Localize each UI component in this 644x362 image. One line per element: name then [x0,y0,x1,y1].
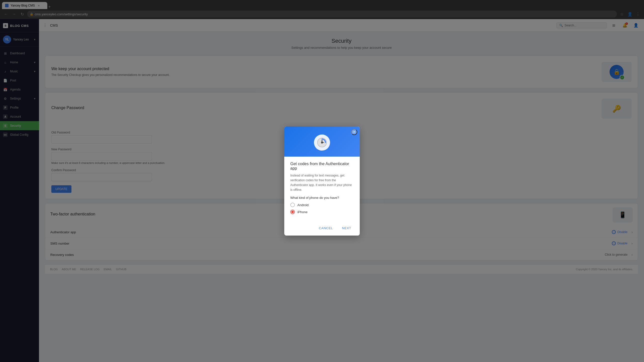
dialog-header: ✕ [284,126,360,157]
android-option[interactable]: Android [290,203,354,207]
iphone-radio-circle [290,210,295,214]
dialog-footer: CANCEL NEXT [284,222,360,236]
iphone-radio-inner [291,211,294,213]
dialog-close-button[interactable]: ✕ [351,129,357,135]
iphone-option[interactable]: iPhone [290,210,354,214]
authenticator-dialog: ✕ Get codes from the Authenticator app I… [284,126,360,236]
android-radio-circle [290,203,295,207]
iphone-label: iPhone [297,210,307,214]
cancel-button[interactable]: CANCEL [316,225,336,232]
android-label: Android [297,203,309,207]
dialog-question: What kind of phone do you have? [290,196,354,200]
authenticator-app-icon [317,138,327,148]
dialog-title: Get codes from the Authenticator app [290,162,354,171]
dialog-overlay: ✕ Get codes from the Authenticator app I… [0,0,644,362]
dialog-icon [314,134,330,151]
dialog-body: Get codes from the Authenticator app Ins… [284,157,360,222]
next-button[interactable]: NEXT [339,225,354,232]
dialog-desc: Instead of waiting for text messages, ge… [290,173,354,193]
